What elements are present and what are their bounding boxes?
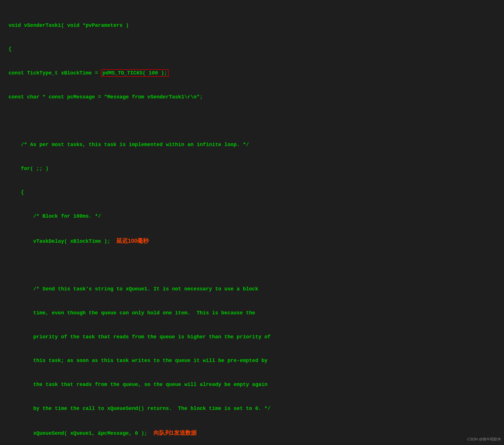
task1-comment3-2: time, even though the queue can only hol… xyxy=(9,309,495,317)
task1-send-prefix: xQueueSend( xQueue1, &pcMessage, 0 ); xyxy=(9,430,147,436)
task1-blocktime-line: const TickType_t xBlockTime = pdMS_TO_TI… xyxy=(9,69,495,77)
task1-for-line: for( ;; ) xyxy=(9,165,495,173)
task1-delay-with-annotation: vTaskDelay( xBlockTime ); 延迟100毫秒 xyxy=(9,236,495,246)
task1-comment3-1: /* Send this task's string to xQueue1. I… xyxy=(9,285,495,293)
task1-delay-line: /* Block for 100ms. */ xyxy=(9,213,495,221)
task1-comment3-3: priority of the task that reads from the… xyxy=(9,333,495,341)
task1-comment1: /* As per most tasks, this task is imple… xyxy=(9,141,495,149)
task1-comment3-6: by the time the call to xQueueSend() ret… xyxy=(9,405,495,413)
watermark: CSDN @骑牛唱剧本 xyxy=(467,436,501,442)
task1-blocktime-highlight: pdMS_TO_TICKS( 100 ); xyxy=(101,69,169,77)
task1-comment3-5: the task that reads from the queue, so t… xyxy=(9,381,495,389)
task1-delay-prefix: vTaskDelay( xBlockTime ); xyxy=(9,238,110,244)
task1-delay-annotation: 延迟100毫秒 xyxy=(116,238,149,244)
task1-message-line: const char * const pcMessage = "Message … xyxy=(9,93,495,101)
code-container: void vSenderTask1( void *pvParameters ) … xyxy=(9,6,495,445)
task1-comment2: /* Block for 100ms. */ xyxy=(9,213,101,219)
task1-signature: void vSenderTask1( void *pvParameters ) xyxy=(9,22,495,30)
task1-open-brace: { xyxy=(9,45,495,53)
task1-send-with-annotation: xQueueSend( xQueue1, &pcMessage, 0 ); 向队… xyxy=(9,428,495,438)
task1-send-annotation: 向队列1发送数据 xyxy=(154,430,197,436)
task1-comment3-4: this task; as soon as this task writes t… xyxy=(9,357,495,365)
task1-blocktime-prefix: const TickType_t xBlockTime = xyxy=(9,70,101,76)
task1-for-brace: { xyxy=(9,189,495,197)
